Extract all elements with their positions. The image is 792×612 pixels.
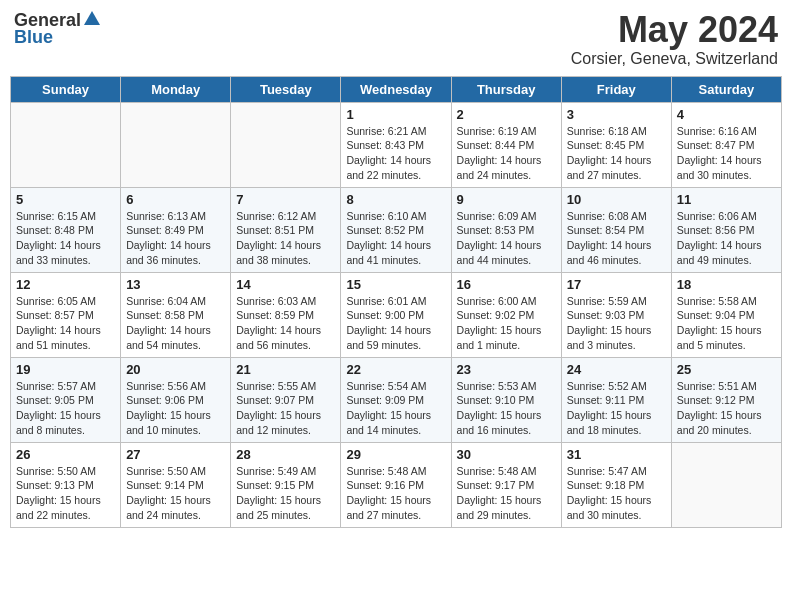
logo: General Blue (14, 10, 100, 48)
day-number: 31 (567, 447, 666, 462)
calendar-cell (231, 102, 341, 187)
day-number: 6 (126, 192, 225, 207)
day-number: 2 (457, 107, 556, 122)
day-number: 13 (126, 277, 225, 292)
day-number: 1 (346, 107, 445, 122)
title-block: May 2024 Corsier, Geneva, Switzerland (571, 10, 778, 68)
day-detail: Sunrise: 6:01 AM Sunset: 9:00 PM Dayligh… (346, 294, 445, 353)
calendar-cell: 11Sunrise: 6:06 AM Sunset: 8:56 PM Dayli… (671, 187, 781, 272)
day-detail: Sunrise: 6:16 AM Sunset: 8:47 PM Dayligh… (677, 124, 776, 183)
calendar-table: SundayMondayTuesdayWednesdayThursdayFrid… (10, 76, 782, 528)
calendar-body: 1Sunrise: 6:21 AM Sunset: 8:43 PM Daylig… (11, 102, 782, 527)
calendar-cell: 7Sunrise: 6:12 AM Sunset: 8:51 PM Daylig… (231, 187, 341, 272)
col-header-monday: Monday (121, 76, 231, 102)
day-number: 3 (567, 107, 666, 122)
calendar-cell: 23Sunrise: 5:53 AM Sunset: 9:10 PM Dayli… (451, 357, 561, 442)
day-number: 4 (677, 107, 776, 122)
day-detail: Sunrise: 5:47 AM Sunset: 9:18 PM Dayligh… (567, 464, 666, 523)
col-header-tuesday: Tuesday (231, 76, 341, 102)
col-header-saturday: Saturday (671, 76, 781, 102)
calendar-cell: 28Sunrise: 5:49 AM Sunset: 9:15 PM Dayli… (231, 442, 341, 527)
day-number: 14 (236, 277, 335, 292)
calendar-cell: 29Sunrise: 5:48 AM Sunset: 9:16 PM Dayli… (341, 442, 451, 527)
calendar-cell: 17Sunrise: 5:59 AM Sunset: 9:03 PM Dayli… (561, 272, 671, 357)
day-number: 21 (236, 362, 335, 377)
day-detail: Sunrise: 6:15 AM Sunset: 8:48 PM Dayligh… (16, 209, 115, 268)
calendar-subtitle: Corsier, Geneva, Switzerland (571, 50, 778, 68)
day-number: 17 (567, 277, 666, 292)
calendar-cell: 10Sunrise: 6:08 AM Sunset: 8:54 PM Dayli… (561, 187, 671, 272)
calendar-cell: 2Sunrise: 6:19 AM Sunset: 8:44 PM Daylig… (451, 102, 561, 187)
day-number: 27 (126, 447, 225, 462)
day-detail: Sunrise: 5:50 AM Sunset: 9:13 PM Dayligh… (16, 464, 115, 523)
calendar-cell: 12Sunrise: 6:05 AM Sunset: 8:57 PM Dayli… (11, 272, 121, 357)
calendar-cell: 30Sunrise: 5:48 AM Sunset: 9:17 PM Dayli… (451, 442, 561, 527)
week-row-4: 19Sunrise: 5:57 AM Sunset: 9:05 PM Dayli… (11, 357, 782, 442)
day-number: 8 (346, 192, 445, 207)
day-detail: Sunrise: 5:55 AM Sunset: 9:07 PM Dayligh… (236, 379, 335, 438)
calendar-cell: 31Sunrise: 5:47 AM Sunset: 9:18 PM Dayli… (561, 442, 671, 527)
calendar-cell: 5Sunrise: 6:15 AM Sunset: 8:48 PM Daylig… (11, 187, 121, 272)
day-number: 7 (236, 192, 335, 207)
calendar-cell: 3Sunrise: 6:18 AM Sunset: 8:45 PM Daylig… (561, 102, 671, 187)
week-row-3: 12Sunrise: 6:05 AM Sunset: 8:57 PM Dayli… (11, 272, 782, 357)
calendar-title: May 2024 (571, 10, 778, 50)
calendar-cell: 15Sunrise: 6:01 AM Sunset: 9:00 PM Dayli… (341, 272, 451, 357)
calendar-cell: 16Sunrise: 6:00 AM Sunset: 9:02 PM Dayli… (451, 272, 561, 357)
day-detail: Sunrise: 6:21 AM Sunset: 8:43 PM Dayligh… (346, 124, 445, 183)
day-number: 11 (677, 192, 776, 207)
day-number: 15 (346, 277, 445, 292)
logo-arrow-icon (84, 11, 100, 29)
day-number: 10 (567, 192, 666, 207)
day-number: 18 (677, 277, 776, 292)
day-number: 5 (16, 192, 115, 207)
day-detail: Sunrise: 5:57 AM Sunset: 9:05 PM Dayligh… (16, 379, 115, 438)
calendar-cell: 9Sunrise: 6:09 AM Sunset: 8:53 PM Daylig… (451, 187, 561, 272)
day-detail: Sunrise: 5:50 AM Sunset: 9:14 PM Dayligh… (126, 464, 225, 523)
calendar-cell (121, 102, 231, 187)
day-number: 30 (457, 447, 556, 462)
calendar-cell: 24Sunrise: 5:52 AM Sunset: 9:11 PM Dayli… (561, 357, 671, 442)
day-detail: Sunrise: 5:49 AM Sunset: 9:15 PM Dayligh… (236, 464, 335, 523)
day-number: 9 (457, 192, 556, 207)
page-header: General Blue May 2024 Corsier, Geneva, S… (10, 10, 782, 68)
day-number: 22 (346, 362, 445, 377)
day-number: 28 (236, 447, 335, 462)
day-number: 20 (126, 362, 225, 377)
day-detail: Sunrise: 6:05 AM Sunset: 8:57 PM Dayligh… (16, 294, 115, 353)
col-header-friday: Friday (561, 76, 671, 102)
calendar-cell: 22Sunrise: 5:54 AM Sunset: 9:09 PM Dayli… (341, 357, 451, 442)
day-detail: Sunrise: 6:06 AM Sunset: 8:56 PM Dayligh… (677, 209, 776, 268)
calendar-header: SundayMondayTuesdayWednesdayThursdayFrid… (11, 76, 782, 102)
calendar-cell: 26Sunrise: 5:50 AM Sunset: 9:13 PM Dayli… (11, 442, 121, 527)
calendar-cell: 19Sunrise: 5:57 AM Sunset: 9:05 PM Dayli… (11, 357, 121, 442)
day-detail: Sunrise: 5:48 AM Sunset: 9:16 PM Dayligh… (346, 464, 445, 523)
logo-blue: Blue (14, 27, 53, 48)
day-number: 19 (16, 362, 115, 377)
header-row: SundayMondayTuesdayWednesdayThursdayFrid… (11, 76, 782, 102)
day-number: 16 (457, 277, 556, 292)
calendar-cell: 13Sunrise: 6:04 AM Sunset: 8:58 PM Dayli… (121, 272, 231, 357)
calendar-cell (671, 442, 781, 527)
day-detail: Sunrise: 5:53 AM Sunset: 9:10 PM Dayligh… (457, 379, 556, 438)
day-number: 26 (16, 447, 115, 462)
day-detail: Sunrise: 6:09 AM Sunset: 8:53 PM Dayligh… (457, 209, 556, 268)
day-detail: Sunrise: 5:58 AM Sunset: 9:04 PM Dayligh… (677, 294, 776, 353)
calendar-cell: 18Sunrise: 5:58 AM Sunset: 9:04 PM Dayli… (671, 272, 781, 357)
col-header-thursday: Thursday (451, 76, 561, 102)
day-detail: Sunrise: 6:10 AM Sunset: 8:52 PM Dayligh… (346, 209, 445, 268)
week-row-5: 26Sunrise: 5:50 AM Sunset: 9:13 PM Dayli… (11, 442, 782, 527)
day-detail: Sunrise: 5:56 AM Sunset: 9:06 PM Dayligh… (126, 379, 225, 438)
day-detail: Sunrise: 6:00 AM Sunset: 9:02 PM Dayligh… (457, 294, 556, 353)
calendar-cell: 8Sunrise: 6:10 AM Sunset: 8:52 PM Daylig… (341, 187, 451, 272)
calendar-cell: 20Sunrise: 5:56 AM Sunset: 9:06 PM Dayli… (121, 357, 231, 442)
day-detail: Sunrise: 6:04 AM Sunset: 8:58 PM Dayligh… (126, 294, 225, 353)
calendar-cell: 21Sunrise: 5:55 AM Sunset: 9:07 PM Dayli… (231, 357, 341, 442)
day-detail: Sunrise: 6:19 AM Sunset: 8:44 PM Dayligh… (457, 124, 556, 183)
day-number: 12 (16, 277, 115, 292)
day-number: 29 (346, 447, 445, 462)
day-number: 25 (677, 362, 776, 377)
calendar-cell: 25Sunrise: 5:51 AM Sunset: 9:12 PM Dayli… (671, 357, 781, 442)
calendar-cell (11, 102, 121, 187)
col-header-sunday: Sunday (11, 76, 121, 102)
